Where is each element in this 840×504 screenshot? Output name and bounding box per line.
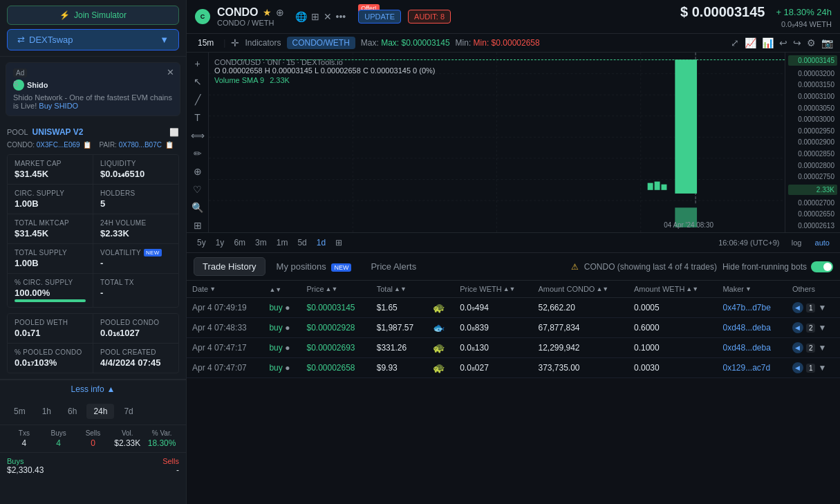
auto-button[interactable]: auto: [812, 237, 833, 248]
tab-24h[interactable]: 24h: [86, 404, 114, 419]
stat-pooled-condo-pct: % POOLED CONDO 0.0₁₇103%: [8, 344, 93, 373]
range-5d[interactable]: 5d: [294, 236, 310, 249]
col-maker[interactable]: Maker ▼: [717, 281, 786, 298]
redo-icon[interactable]: ↪: [793, 37, 801, 48]
col-others: Others: [787, 281, 840, 298]
chart-bar-icon[interactable]: 📊: [762, 37, 774, 48]
row-menu-icon[interactable]: ▼: [818, 303, 826, 312]
hide-bots-switch[interactable]: [811, 261, 833, 272]
cell-maker[interactable]: 0x129...ac7d: [717, 358, 786, 378]
globe-icon[interactable]: 🌐: [295, 11, 307, 22]
indicators-button[interactable]: Indicators: [245, 38, 281, 48]
row-action-icon[interactable]: ◀: [792, 302, 803, 313]
price-axis: 0.00003145 0.00003200 0.00003150 0.00003…: [785, 53, 840, 232]
header-icons: 🌐 ⊞ ✕ •••: [295, 11, 346, 22]
ad-text: Shido Network - One of the fastest EVM c…: [13, 93, 173, 110]
stat-total-mktcap: TOTAL MKTCAP $31.45K: [8, 214, 93, 243]
chart-type-icon[interactable]: 📈: [745, 37, 756, 48]
settings-icon[interactable]: ⚙: [807, 37, 816, 48]
row-menu-icon[interactable]: ▼: [818, 363, 826, 373]
col-amount-weth[interactable]: Amount WETH ▲▼: [628, 281, 717, 298]
cursor-icon[interactable]: ↖: [194, 76, 202, 87]
stat-txs: Txs 4: [7, 429, 41, 448]
swap-icon: ⇄: [17, 35, 25, 45]
range-1d[interactable]: 1d: [313, 236, 329, 249]
interval-15m[interactable]: 15m: [194, 37, 218, 49]
expand-icon[interactable]: ⤢: [731, 37, 739, 48]
row-action-icon[interactable]: ◀: [792, 362, 803, 373]
ad-close-button[interactable]: ✕: [167, 67, 174, 77]
table-row: Apr 4 07:48:33 buy ● $0.00002928 $1,987.…: [187, 318, 840, 338]
pair-address-link[interactable]: 0X780...B07C: [119, 141, 162, 149]
tab-6h[interactable]: 6h: [61, 404, 84, 419]
stat-holders: HOLDERS 5: [93, 185, 178, 214]
col-amount-condo[interactable]: Amount CONDO ▲▼: [532, 281, 628, 298]
less-info-button[interactable]: Less info ▲: [0, 380, 186, 398]
row-action-icon[interactable]: ◀: [792, 342, 803, 353]
update-button[interactable]: UPDATE: [358, 10, 401, 24]
col-price-weth[interactable]: Price WETH ▲▼: [454, 281, 532, 298]
cell-date: Apr 4 07:49:19: [187, 298, 263, 318]
audit-button[interactable]: AUDIT: 8: [408, 10, 451, 24]
more-icon[interactable]: •••: [336, 11, 346, 22]
log-button[interactable]: log: [788, 237, 805, 248]
crosshair-tool[interactable]: ✛: [231, 37, 239, 48]
range-3m[interactable]: 3m: [252, 236, 270, 249]
tab-trade-history[interactable]: Trade History: [194, 257, 265, 276]
col-type[interactable]: ▲▼: [263, 281, 301, 298]
condo-address-link[interactable]: 0X3FC...E069: [37, 141, 80, 149]
sidebar: ⚡ Join Simulator ⇄ DEXTswap ▼ Ad ✕ S Shi…: [0, 0, 187, 504]
range-1m[interactable]: 1m: [273, 236, 292, 249]
row-menu-icon[interactable]: ▼: [818, 323, 826, 333]
cell-price: $0.00003145: [301, 298, 371, 318]
ad-link[interactable]: Buy SHIDO: [39, 102, 78, 110]
ohlc-values: O 0.00002658 H 0.00003145 L 0.00002658 C…: [214, 66, 435, 75]
stat-volatility: VOLATILITY NEW -: [93, 244, 178, 273]
ruler-tool[interactable]: ⊞: [194, 220, 202, 231]
grid-icon[interactable]: ⊞: [311, 11, 319, 22]
trade-filter: ⚠ CONDO (showing last 4 of 4 trades) Hid…: [571, 261, 833, 272]
range-5y[interactable]: 5y: [194, 236, 209, 249]
measure-tool[interactable]: ⟺: [191, 130, 205, 141]
text-tool[interactable]: T: [194, 112, 200, 123]
zoom-tool[interactable]: 🔍: [192, 202, 203, 213]
table-header: Date ▼ ▲▼ Price ▲▼ Total ▲▼ Price WETH ▲…: [187, 281, 840, 298]
copy-pair-icon[interactable]: 📋: [165, 141, 174, 149]
magnet-tool[interactable]: ⊕: [194, 166, 202, 177]
pool-copy-icon[interactable]: ⬜: [169, 128, 179, 137]
dextswap-button[interactable]: ⇄ DEXTswap ▼: [7, 29, 179, 50]
favorite-button[interactable]: ★: [263, 7, 272, 18]
crosshair-icon[interactable]: +: [194, 58, 200, 69]
stat-sells: Sells 0: [76, 429, 111, 448]
col-price[interactable]: Price ▲▼: [301, 281, 371, 298]
pool-name[interactable]: UNISWAP V2: [32, 127, 84, 137]
col-total[interactable]: Total ▲▼: [371, 281, 428, 298]
cell-date: Apr 4 07:47:07: [187, 358, 263, 378]
join-simulator-button[interactable]: ⚡ Join Simulator: [7, 6, 179, 25]
tab-price-alerts[interactable]: Price Alerts: [362, 258, 424, 275]
cell-maker[interactable]: 0xd48...deba: [717, 338, 786, 358]
undo-icon[interactable]: ↩: [779, 37, 787, 48]
tab-7d[interactable]: 7d: [117, 404, 140, 419]
share-button[interactable]: ⊕: [276, 7, 284, 18]
tab-1h[interactable]: 1h: [35, 404, 58, 419]
draw-tool[interactable]: ✏: [194, 148, 202, 159]
copy-condo-icon[interactable]: 📋: [83, 141, 91, 149]
row-action-icon[interactable]: ◀: [792, 322, 803, 333]
cell-amount-weth: 0.1000: [628, 338, 717, 358]
price-change: + 18.30% 24h: [776, 7, 832, 17]
cell-maker[interactable]: 0x47b...d7be: [717, 298, 786, 318]
range-1y[interactable]: 1y: [212, 236, 228, 249]
line-tool[interactable]: ╱: [195, 94, 200, 105]
cell-total: $1.65: [371, 298, 428, 318]
custom-range-icon[interactable]: ⊞: [332, 236, 346, 249]
favorite-tool[interactable]: ♡: [193, 184, 202, 195]
x-icon[interactable]: ✕: [324, 11, 332, 22]
col-date[interactable]: Date ▼: [187, 281, 263, 298]
row-menu-icon[interactable]: ▼: [818, 343, 826, 353]
camera-icon[interactable]: 📷: [821, 37, 833, 48]
range-6m[interactable]: 6m: [230, 236, 249, 249]
cell-maker[interactable]: 0xd48...deba: [717, 318, 786, 338]
tab-my-positions[interactable]: My positions NEW: [268, 258, 360, 275]
tab-5m[interactable]: 5m: [7, 404, 32, 419]
